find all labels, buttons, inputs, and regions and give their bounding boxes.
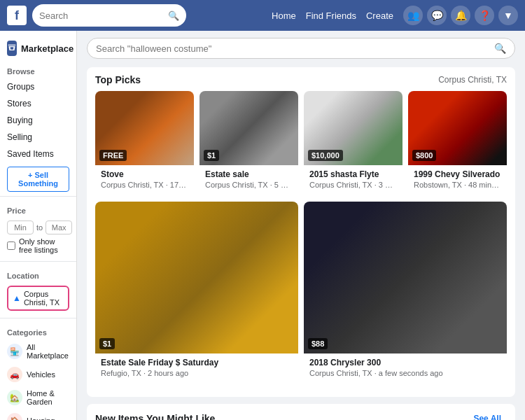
free-listing-row: Only show free listings: [7, 237, 69, 254]
top-picks-title: Top Picks: [95, 74, 141, 85]
product-card-chrysler[interactable]: $88 2018 Chrysler 300 Corpus Christi, TX…: [304, 202, 507, 382]
truck-meta: Robstown, TX · 48 minutes ago: [414, 181, 501, 189]
top-picks-grid: FREE Stove Corpus Christi, TX · 17 hours…: [95, 91, 507, 193]
price-section-title: Price: [0, 201, 76, 218]
estate-sale-image: [95, 202, 298, 354]
search-icon[interactable]: 🔍: [494, 43, 506, 54]
nav-icon-group: 👥 💬 🔔 ❓ ▼: [403, 6, 518, 25]
nav-search-input[interactable]: [39, 10, 164, 21]
location-pin-icon: ▲: [13, 293, 21, 303]
new-items-title: New Items You Might Like: [95, 413, 215, 420]
stores-label: Stores: [7, 99, 31, 108]
divider-price: [0, 196, 76, 197]
chrysler-name: 2018 Chrysler 300: [309, 358, 501, 368]
sidebar-item-selling[interactable]: Selling: [0, 129, 76, 146]
product-card-estate[interactable]: $1 Estate sale Corpus Christi, TX · 5 ho…: [200, 91, 298, 193]
saved-label: Saved Items: [7, 149, 54, 159]
estate-sale-image-wrap: $1: [95, 202, 298, 354]
vehicles-icon: 🚗: [7, 367, 22, 382]
truck-price-badge: $800: [412, 150, 436, 161]
cat-all-label: All Marketplace: [27, 343, 69, 360]
categories-section-title: Categories: [0, 323, 76, 340]
price-min-input[interactable]: [7, 220, 34, 234]
nav-home[interactable]: Home: [272, 10, 296, 21]
cat-vehicles[interactable]: 🚗 Vehicles: [0, 363, 76, 386]
estate-image-wrap: $1: [200, 91, 298, 165]
cat-all-marketplace[interactable]: 🏪 All Marketplace: [0, 340, 76, 363]
rv-image-wrap: $10,000: [304, 91, 402, 165]
nav-links: Home Find Friends Create 👥 💬 🔔 ❓ ▼: [272, 6, 518, 25]
truck-name: 1999 Chevy Silverado: [414, 169, 501, 179]
messenger-icon[interactable]: 💬: [427, 6, 447, 25]
sell-something-button[interactable]: + Sell Something: [7, 167, 69, 192]
cat-home-garden[interactable]: 🏡 Home & Garden: [0, 386, 76, 410]
chrysler-info: 2018 Chrysler 300 Corpus Christi, TX · a…: [304, 354, 507, 382]
estate-sale-info: Estate Sale Friday $ Saturday Refugio, T…: [95, 354, 298, 382]
see-all-button[interactable]: See All: [468, 411, 507, 420]
estate-price-badge: $1: [204, 150, 219, 161]
stove-image-wrap: FREE: [95, 91, 194, 165]
home-garden-icon: 🏡: [7, 390, 22, 405]
truck-info: 1999 Chevy Silverado Robstown, TX · 48 m…: [408, 165, 507, 193]
chrysler-image-wrap: $88: [304, 202, 507, 354]
marketplace-search-bar[interactable]: 🔍: [87, 38, 515, 59]
nav-search-icon: 🔍: [168, 10, 179, 21]
top-picks-header: Top Picks Corpus Christi, TX: [95, 74, 507, 85]
top-picks-section: Top Picks Corpus Christi, TX FREE Stove …: [87, 67, 515, 397]
stove-info: Stove Corpus Christi, TX · 17 hours ago: [95, 165, 194, 193]
top-nav: f 🔍 Home Find Friends Create 👥 💬 🔔 ❓ ▼: [0, 0, 525, 31]
rv-name: 2015 shasta Flyte: [309, 169, 397, 179]
selling-label: Selling: [7, 132, 32, 142]
help-icon[interactable]: ❓: [475, 6, 494, 25]
sell-button-label: + Sell Something: [8, 171, 69, 188]
rv-info: 2015 shasta Flyte Corpus Christi, TX · 3…: [304, 165, 402, 193]
location-value: Corpus Christi, TX: [24, 290, 64, 307]
free-listing-checkbox[interactable]: [7, 241, 15, 250]
cat-housing-label: Housing: [27, 416, 55, 420]
product-card-truck[interactable]: $800 1999 Chevy Silverado Robstown, TX ·…: [408, 91, 507, 193]
sidebar-item-saved[interactable]: Saved Items: [0, 146, 76, 162]
housing-icon: 🏠: [7, 413, 22, 420]
bell-icon[interactable]: 🔔: [451, 6, 470, 25]
nav-create[interactable]: Create: [366, 10, 393, 21]
chrysler-price-badge: $88: [308, 338, 328, 349]
location-section-title: Location: [0, 266, 76, 283]
main-content: 🔍 Top Picks Corpus Christi, TX FREE Stov…: [77, 31, 525, 420]
location-box[interactable]: ▲ Corpus Christi, TX: [7, 286, 69, 311]
estate-sale-meta: Refugio, TX · 2 hours ago: [101, 369, 293, 377]
sidebar-item-groups[interactable]: Groups: [0, 78, 76, 95]
sidebar-item-stores[interactable]: Stores: [0, 95, 76, 112]
stove-meta: Corpus Christi, TX · 17 hours ago: [101, 181, 188, 189]
divider-categories: [0, 318, 76, 318]
marketplace-icon: [7, 41, 17, 56]
location-section: ▲ Corpus Christi, TX: [0, 283, 76, 314]
chrysler-meta: Corpus Christi, TX · a few seconds ago: [309, 369, 501, 377]
new-items-header: New Items You Might Like See All: [95, 411, 507, 420]
product-card-estate-sale[interactable]: $1 Estate Sale Friday $ Saturday Refugio…: [95, 202, 298, 382]
people-icon[interactable]: 👥: [403, 6, 423, 25]
sidebar-item-buying[interactable]: Buying: [0, 112, 76, 129]
nav-find-friends[interactable]: Find Friends: [306, 10, 356, 21]
marketplace-search-input[interactable]: [96, 43, 489, 54]
product-card-stove[interactable]: FREE Stove Corpus Christi, TX · 17 hours…: [95, 91, 194, 193]
price-max-input[interactable]: [46, 220, 72, 234]
main-layout: Marketplace Browse Groups Stores Buying …: [0, 31, 525, 420]
cat-vehicles-label: Vehicles: [27, 370, 55, 379]
estate-info: Estate sale Corpus Christi, TX · 5 hours…: [200, 165, 298, 193]
new-items-section: New Items You Might Like See All: [87, 404, 515, 420]
chevron-down-icon[interactable]: ▼: [498, 6, 518, 25]
stove-price-badge: FREE: [99, 150, 127, 161]
rv-price-badge: $10,000: [308, 150, 343, 161]
groups-label: Groups: [7, 82, 34, 92]
product-card-rv[interactable]: $10,000 2015 shasta Flyte Corpus Christi…: [304, 91, 402, 193]
top-picks-location: Corpus Christi, TX: [438, 75, 507, 85]
price-range-row: to: [7, 220, 69, 234]
estate-sale-price-badge: $1: [99, 338, 115, 349]
estate-sales-grid: $1 Estate Sale Friday $ Saturday Refugio…: [95, 202, 507, 382]
cat-housing[interactable]: 🏠 Housing: [0, 410, 76, 420]
price-to-label: to: [36, 223, 43, 232]
nav-search-bar[interactable]: 🔍: [32, 4, 186, 27]
price-filter: to Only show free listings: [0, 218, 76, 257]
all-marketplace-icon: 🏪: [7, 344, 22, 359]
sidebar-title: Marketplace: [21, 43, 74, 54]
